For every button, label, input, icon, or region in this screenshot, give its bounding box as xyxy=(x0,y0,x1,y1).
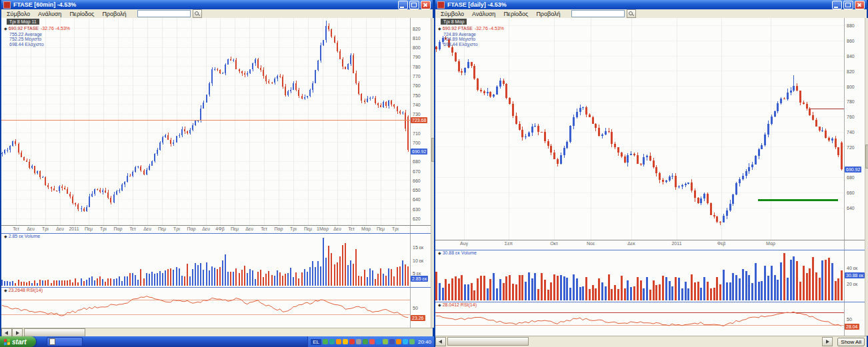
x-axis-label: Πεμ xyxy=(304,226,312,231)
last-price-text: 690.92 FTASE xyxy=(443,26,473,31)
title-bar[interactable]: FTASE [60min] -4.53% xyxy=(1,0,433,9)
x-axis-label: 4Φβ xyxy=(215,226,225,231)
price-tick-label: 660 xyxy=(847,190,855,195)
search-icon[interactable] xyxy=(193,9,202,18)
tray-icon[interactable] xyxy=(403,339,408,344)
window-ftase-daily: FTASE [daily] -4.53% ΣύμβολοΑνάλυσηΠερίο… xyxy=(434,0,868,347)
price-tick-label: 700 xyxy=(413,141,421,145)
scroll-thumb[interactable] xyxy=(447,337,529,346)
tray-icon[interactable] xyxy=(383,339,388,344)
price-tick-label: 750 xyxy=(413,93,421,98)
price-tick-label: 880 xyxy=(847,23,855,28)
x-axis-label: Αυγ xyxy=(460,241,468,246)
scroll-left-icon[interactable] xyxy=(435,337,446,346)
price-chart-canvas[interactable] xyxy=(1,18,431,329)
x-axis-label: Μαρ xyxy=(766,241,775,246)
volume-value-box: 2.85 εκ xyxy=(411,276,428,282)
maximize-button[interactable] xyxy=(843,1,853,9)
tray-icon[interactable] xyxy=(349,339,355,344)
title-bar[interactable]: FTASE [daily] -4.53% xyxy=(435,0,867,9)
legend-indicator-line: 698.44 Ελάχιστο xyxy=(438,42,504,47)
x-axis-label: Τετ xyxy=(129,226,135,231)
price-tick-label: 630 xyxy=(413,207,421,212)
tray-icon[interactable] xyxy=(329,339,335,344)
price-tick-label: 660 xyxy=(413,178,421,183)
menu-item[interactable]: Σύμβολο xyxy=(437,11,468,17)
price-tick-label: 640 xyxy=(413,197,421,202)
rsi-header: 28.0412 RSI(14) xyxy=(438,302,477,308)
price-tick-label: 800 xyxy=(413,45,421,50)
volume-tick-label: 20 εκ xyxy=(847,282,857,286)
price-tick-label: 720 xyxy=(847,145,855,150)
tray-icon[interactable] xyxy=(323,339,328,344)
tray-icon[interactable] xyxy=(336,339,341,344)
tray-icon[interactable] xyxy=(363,339,368,344)
tray-icon[interactable] xyxy=(409,339,415,344)
menu-items: ΣύμβολοΑνάλυσηΠερίοδοςΠροβολή xyxy=(437,11,565,17)
horizontal-scrollbar[interactable] xyxy=(1,328,433,337)
language-indicator[interactable]: EL xyxy=(311,339,321,345)
price-tick-label: 820 xyxy=(413,27,421,31)
rsi-value-box: 28.04 xyxy=(845,324,859,330)
x-axis-label: Τετ xyxy=(261,226,267,231)
bottom-strip: Show All xyxy=(435,336,867,347)
price-tick-label: 780 xyxy=(413,65,421,69)
x-axis-label: Πεμ xyxy=(231,226,239,231)
vertical-scrollbar[interactable] xyxy=(865,18,868,336)
document-icon xyxy=(49,338,55,345)
price-tick-label: 810 xyxy=(413,36,421,41)
chart-legend: 690.92 FTASE-32.76 -4.53%724.89 Average7… xyxy=(438,26,504,47)
menu-item[interactable]: Περίοδος xyxy=(65,11,98,17)
x-axis-label: Παρ xyxy=(187,226,195,231)
tray-icon[interactable] xyxy=(376,339,381,344)
x-axis-label: Δευ xyxy=(27,226,35,231)
app-icon xyxy=(437,1,445,9)
x-axis-label: 1Μαρ xyxy=(317,226,329,231)
x-axis-label: Δευ xyxy=(245,226,253,231)
taskbar-item[interactable] xyxy=(47,337,83,346)
rsi-tick-label: 50 xyxy=(847,317,852,322)
last-price-box: 690.92 xyxy=(411,149,427,155)
menu-item[interactable]: Σύμβολο xyxy=(3,11,34,17)
close-button[interactable] xyxy=(421,1,431,9)
last-price-box: 690.92 xyxy=(845,167,861,173)
rsi-value-box: 23.26 xyxy=(411,315,425,321)
menu-item[interactable]: Ανάλυση xyxy=(468,11,499,17)
horizontal-scrollbar[interactable] xyxy=(435,337,833,346)
alert-price-box: 723.68 xyxy=(411,117,427,123)
tray-icon[interactable] xyxy=(343,339,348,344)
minimize-button[interactable] xyxy=(832,1,842,9)
x-axis-label: Πεμ xyxy=(377,226,385,231)
price-chart-canvas[interactable] xyxy=(435,18,865,338)
menu-item[interactable]: Ανάλυση xyxy=(34,11,65,17)
legend-indicator-line: 724.89 Μέγιστο xyxy=(438,37,504,42)
menu-item[interactable]: Προβολή xyxy=(98,11,130,17)
desktop: FTASE [60min] -4.53% ΣύμβολοΑνάλυσηΠερίο… xyxy=(0,0,868,347)
symbol-search-input[interactable] xyxy=(571,10,625,17)
start-button[interactable]: start xyxy=(0,336,36,347)
menu-item[interactable]: Προβολή xyxy=(532,11,564,17)
x-axis-label: Τετ xyxy=(348,226,354,231)
price-tick-label: 710 xyxy=(413,131,421,136)
price-tick-label: 680 xyxy=(847,175,855,180)
scroll-right-icon[interactable] xyxy=(822,337,833,346)
vscroll-thumb[interactable] xyxy=(865,145,868,169)
x-axis-label: Σεπ xyxy=(505,241,513,246)
show-all-button[interactable]: Show All xyxy=(837,338,865,346)
legend-indicator-line: 724.89 Average xyxy=(438,32,504,37)
legend-indicator-line: 698.44 Ελάχιστο xyxy=(4,42,70,47)
x-axis-label: Πεμ xyxy=(85,226,93,231)
menu-item[interactable]: Περίοδος xyxy=(499,11,532,17)
clock[interactable]: 20:40 xyxy=(418,339,431,345)
tray-icon[interactable] xyxy=(396,339,401,344)
symbol-search-input[interactable] xyxy=(137,10,191,17)
minimize-button[interactable] xyxy=(398,1,408,9)
close-button[interactable] xyxy=(855,1,865,9)
tray-icon[interactable] xyxy=(356,339,361,344)
tray-icon[interactable] xyxy=(389,339,395,344)
maximize-button[interactable] xyxy=(409,1,419,9)
search-icon[interactable] xyxy=(627,9,636,18)
tray-icon[interactable] xyxy=(369,339,375,344)
x-axis-label: Τρι xyxy=(392,226,399,231)
price-tick-label: 620 xyxy=(413,216,421,221)
